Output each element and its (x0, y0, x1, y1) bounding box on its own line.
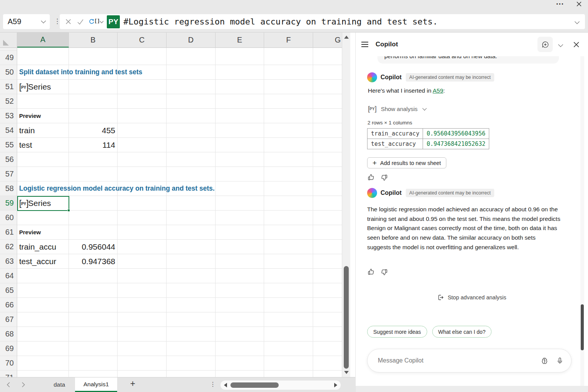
cell-e64[interactable] (216, 269, 264, 283)
grid-cell[interactable] (216, 48, 264, 51)
cell-e65[interactable] (216, 283, 264, 298)
cell-e61[interactable] (216, 225, 264, 240)
cell-c66[interactable] (118, 298, 167, 312)
cell-c64[interactable] (118, 269, 167, 283)
fill-handle[interactable] (67, 209, 70, 212)
formula-bar-expand-icon[interactable] (575, 19, 580, 24)
cell-a50[interactable]: Split dataset into training and test set… (17, 65, 69, 80)
cell-b71[interactable] (69, 371, 118, 377)
cell-a62[interactable]: train_accu (17, 240, 69, 254)
cell-c51[interactable] (118, 80, 167, 94)
cell-c59[interactable] (118, 196, 167, 211)
insert-python-function-icon[interactable]: [ ] (88, 18, 103, 26)
formula-input[interactable]: [ ] PY #Logistic regression model accura… (60, 14, 585, 29)
cell-link-a59[interactable]: A59 (433, 87, 443, 94)
cell-a70[interactable] (17, 356, 69, 371)
cell-c70[interactable] (118, 356, 167, 371)
row-header-57[interactable]: 57 (0, 167, 17, 181)
sheet-tab-data[interactable]: data (45, 377, 74, 392)
cell-e49[interactable] (216, 51, 264, 65)
add-sheet-button[interactable]: + (130, 379, 135, 389)
grid-cell[interactable] (17, 48, 69, 51)
cell-b55[interactable]: 114 (69, 138, 118, 152)
row-header-66[interactable]: 66 (0, 298, 17, 312)
cell-b57[interactable] (69, 167, 118, 181)
cell-d54[interactable] (167, 123, 216, 138)
cell-d52[interactable] (167, 94, 216, 109)
vertical-scrollbar[interactable] (342, 33, 350, 377)
cell-c52[interactable] (118, 94, 167, 109)
thumbs-down-icon[interactable] (381, 174, 388, 181)
cell-e68[interactable] (216, 327, 264, 341)
row-header-67[interactable]: 67 (0, 312, 17, 327)
column-header-b[interactable]: B (69, 33, 118, 47)
show-analysis-toggle[interactable]: [PY] Show analysis (368, 105, 426, 113)
cell-d65[interactable] (167, 283, 216, 298)
row-header-69[interactable]: 69 (0, 341, 17, 356)
suggestion-pill[interactable]: Suggest more ideas (367, 326, 427, 338)
row-header-64[interactable]: 64 (0, 269, 17, 283)
cell-a65[interactable] (17, 283, 69, 298)
panel-scrollbar-thumb[interactable] (581, 304, 584, 350)
cell-e66[interactable] (216, 298, 264, 312)
cell-b51[interactable] (69, 80, 118, 94)
cell-b60[interactable] (69, 211, 118, 225)
column-header-d[interactable]: D (167, 33, 216, 47)
cell-f60[interactable] (264, 211, 313, 225)
cell-e69[interactable] (216, 341, 264, 356)
brain-icon[interactable] (541, 357, 549, 365)
cell-b52[interactable] (69, 94, 118, 109)
stop-advanced-analysis-button[interactable]: Stop advanced analysis (356, 294, 588, 301)
cell-d68[interactable] (167, 327, 216, 341)
column-header-g[interactable]: G (313, 33, 343, 47)
cell-b56[interactable] (69, 152, 118, 167)
cell-a58[interactable]: Logistic regression model accuracy on tr… (17, 181, 69, 196)
grid-cell[interactable] (167, 48, 216, 51)
select-all-corner[interactable] (0, 33, 17, 47)
grid-cell[interactable] (313, 48, 343, 51)
cell-b54[interactable]: 455 (69, 123, 118, 138)
cell-c62[interactable] (118, 240, 167, 254)
cell-f57[interactable] (264, 167, 313, 181)
cell-g50[interactable] (313, 65, 343, 80)
scroll-up-icon[interactable] (344, 36, 349, 39)
cell-b65[interactable] (69, 283, 118, 298)
cell-g55[interactable] (313, 138, 343, 152)
cell-a68[interactable] (17, 327, 69, 341)
tabs-forward-icon[interactable] (21, 382, 26, 388)
row-header-53[interactable]: 53 (0, 109, 17, 123)
cell-g51[interactable] (313, 80, 343, 94)
cell-a52[interactable] (17, 94, 69, 109)
cell-c57[interactable] (118, 167, 167, 181)
window-close-icon[interactable] (576, 1, 582, 7)
cell-g67[interactable] (313, 312, 343, 327)
row-header-58[interactable]: 58 (0, 181, 17, 196)
row-header-54[interactable]: 54 (0, 123, 17, 138)
cell-f63[interactable] (264, 254, 313, 269)
cell-a53[interactable]: Preview (17, 109, 69, 123)
cell-e67[interactable] (216, 312, 264, 327)
cell-c71[interactable] (118, 371, 167, 377)
cell-e52[interactable] (216, 94, 264, 109)
cell-c49[interactable] (118, 51, 167, 65)
cell-f58[interactable] (264, 181, 313, 196)
cell-c63[interactable] (118, 254, 167, 269)
cell-d49[interactable] (167, 51, 216, 65)
cell-d53[interactable] (167, 109, 216, 123)
cell-e53[interactable] (216, 109, 264, 123)
cell-g49[interactable] (313, 51, 343, 65)
name-box[interactable]: A59 (3, 14, 50, 29)
cell-a61[interactable]: Preview (17, 225, 69, 240)
cell-d61[interactable] (167, 225, 216, 240)
cell-f68[interactable] (264, 327, 313, 341)
cell-a57[interactable] (17, 167, 69, 181)
cell-g71[interactable] (313, 371, 343, 377)
row-header-68[interactable]: 68 (0, 327, 17, 341)
cancel-icon[interactable] (65, 18, 72, 25)
cell-c56[interactable] (118, 152, 167, 167)
cell-g57[interactable] (313, 167, 343, 181)
cell-f50[interactable] (264, 65, 313, 80)
row-header-50[interactable]: 50 (0, 65, 17, 80)
row-header[interactable] (0, 48, 17, 51)
cell-g65[interactable] (313, 283, 343, 298)
